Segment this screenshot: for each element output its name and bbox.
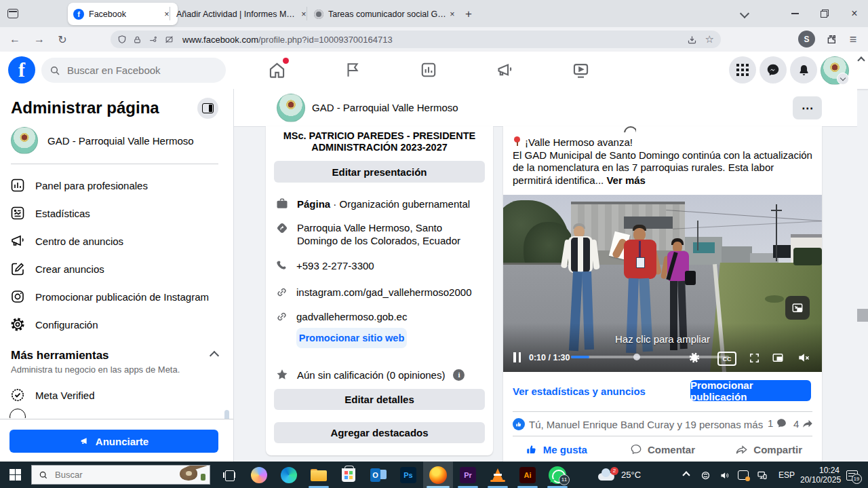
window-restore-button[interactable] xyxy=(811,0,838,27)
extensions-puzzle-icon[interactable] xyxy=(822,30,841,49)
reactions-text[interactable]: Tú, Manuel Enrique Band Curay y 19 perso… xyxy=(529,419,763,430)
tray-expand-chevron[interactable] xyxy=(678,462,694,488)
list-all-tabs-icon[interactable] xyxy=(731,0,758,27)
profile-avatar[interactable] xyxy=(821,56,848,83)
window-close-button[interactable]: × xyxy=(841,0,868,27)
video-overlay-text[interactable]: Haz clic para ampliar xyxy=(503,333,822,345)
shield-icon[interactable] xyxy=(117,35,127,44)
picture-in-picture-button[interactable] xyxy=(785,296,810,320)
firefox-view-icon[interactable] xyxy=(5,7,20,20)
promote-site-button[interactable]: Promocionar sitio web xyxy=(296,328,407,348)
apps-grid-icon[interactable] xyxy=(729,56,756,83)
window-minimize-button[interactable] xyxy=(781,0,808,27)
video-progress-knob[interactable] xyxy=(633,354,640,360)
share-button[interactable]: Compartir xyxy=(715,436,822,462)
video-tab[interactable] xyxy=(560,52,601,88)
account-avatar-badge[interactable]: S xyxy=(798,31,815,48)
edit-presentation-button[interactable]: Editar presentación xyxy=(274,161,485,183)
tab-informes[interactable]: Añadir Actividad | Informes Mensua × xyxy=(171,3,315,25)
sidebar-item-configuracion[interactable]: Configuración xyxy=(9,311,224,338)
tray-sync-icon[interactable] xyxy=(698,468,712,482)
edge-icon[interactable] xyxy=(274,462,304,488)
permissions-icon[interactable] xyxy=(148,35,158,44)
collapse-sidebar-icon[interactable] xyxy=(197,98,218,119)
see-more-link[interactable]: Ver más xyxy=(606,174,646,186)
whatsapp-icon[interactable]: 11 xyxy=(542,462,572,488)
muted-speaker-icon[interactable] xyxy=(796,350,811,365)
clock[interactable]: 10:24 20/10/2025 xyxy=(800,466,840,485)
ad-center-tab[interactable] xyxy=(484,52,525,88)
sidebar-item-centro-anuncios[interactable]: Centro de anuncios xyxy=(9,227,224,255)
notification-center-icon[interactable]: 19 xyxy=(844,467,860,483)
more-options-button[interactable]: ⋯ xyxy=(793,96,822,119)
home-tab[interactable] xyxy=(256,52,297,88)
blocked-media-icon[interactable] xyxy=(164,35,174,44)
facebook-search-input[interactable] xyxy=(66,64,204,77)
tab-close-icon[interactable]: × xyxy=(298,9,309,20)
lock-icon[interactable] xyxy=(133,35,142,44)
pip-icon[interactable] xyxy=(771,351,785,364)
new-tab-button[interactable]: + xyxy=(460,5,477,23)
instagram-link-row[interactable]: instagram.com/gad_vallehermoso2000 xyxy=(275,286,471,299)
captions-icon[interactable]: CC xyxy=(717,352,736,366)
pages-tab[interactable] xyxy=(332,52,373,88)
post-video[interactable]: Haz clic para ampliar 0:10 / 1:30 CC xyxy=(503,195,822,372)
vlc-icon[interactable] xyxy=(483,462,513,488)
language-indicator[interactable]: ESP xyxy=(774,462,799,488)
notifications-bell-icon[interactable] xyxy=(790,56,817,83)
file-explorer-icon[interactable] xyxy=(304,462,334,488)
sidebar-item-meta-verified[interactable]: Meta Verified xyxy=(9,381,224,409)
app-menu-icon[interactable]: ≡ xyxy=(844,30,863,49)
taskbar-search-input[interactable] xyxy=(54,469,158,481)
forward-icon[interactable]: → xyxy=(30,30,49,49)
tray-input-icon[interactable] xyxy=(736,468,750,482)
sidebar-item-estadisticas[interactable]: Estadísticas xyxy=(9,200,224,227)
comment-count[interactable]: 1 xyxy=(768,417,787,429)
copilot-icon[interactable] xyxy=(244,462,274,488)
add-featured-button[interactable]: Agregar destacados xyxy=(274,422,485,443)
info-icon[interactable]: i xyxy=(453,369,465,381)
save-page-icon[interactable] xyxy=(687,35,697,45)
insights-tab[interactable] xyxy=(408,52,449,88)
comment-button[interactable]: Comentar xyxy=(610,436,716,462)
advertise-button[interactable]: Anunciarte xyxy=(9,430,218,453)
outlook-icon[interactable]: O xyxy=(363,462,393,488)
start-button[interactable] xyxy=(0,462,30,488)
messenger-icon[interactable] xyxy=(760,56,787,83)
tab-facebook[interactable]: f Facebook × xyxy=(68,3,178,25)
sidebar-item-instagram[interactable]: Promocionar publicación de Instagram xyxy=(9,283,224,310)
facebook-search[interactable] xyxy=(41,58,226,83)
illustrator-icon[interactable]: Ai xyxy=(513,462,542,488)
tray-network-icon[interactable] xyxy=(755,468,769,482)
tray-volume-icon[interactable] xyxy=(717,468,731,482)
sidebar-page-row[interactable]: GAD - Parroquial Valle Hermoso xyxy=(11,126,221,155)
video-settings-gear-icon[interactable] xyxy=(688,351,701,364)
premiere-icon[interactable]: Pr xyxy=(453,462,483,488)
tab-close-icon[interactable]: × xyxy=(447,9,458,20)
url-bar[interactable]: www.facebook.com/profile.php?id=10009370… xyxy=(111,31,721,48)
scrollbar-thumb[interactable] xyxy=(857,309,868,322)
video-progress-track[interactable] xyxy=(571,356,729,358)
firefox-icon[interactable] xyxy=(423,462,453,488)
instagram-link[interactable]: instagram.com/gad_vallehermoso2000 xyxy=(296,286,471,298)
microsoft-store-icon[interactable] xyxy=(334,462,363,488)
scrollbar-up-arrow[interactable] xyxy=(856,55,867,66)
tab-tareas[interactable]: Tareas comunicador social GAD × xyxy=(309,3,463,25)
view-stats-link[interactable]: Ver estadísticas y anuncios xyxy=(513,386,646,397)
back-icon[interactable]: ← xyxy=(5,30,24,49)
sidebar-item-crear-anuncios[interactable]: Crear anuncios xyxy=(9,255,224,282)
pause-button[interactable] xyxy=(513,352,521,362)
reload-icon[interactable]: ↻ xyxy=(53,30,72,49)
facebook-logo[interactable]: f xyxy=(8,56,35,83)
promote-post-button[interactable]: Promocionar publicación xyxy=(690,380,811,401)
weather-widget[interactable]: 2 25°C xyxy=(597,462,641,488)
website-link[interactable]: gadvallehermoso.gob.ec xyxy=(296,311,407,322)
taskbar-search[interactable] xyxy=(31,465,210,485)
page-header-avatar[interactable] xyxy=(277,94,305,122)
website-link-row[interactable]: gadvallehermoso.gob.ec xyxy=(275,310,407,323)
edit-details-button[interactable]: Editar detalles xyxy=(274,389,485,410)
sidebar-item-panel[interactable]: Panel para profesionales xyxy=(9,172,224,199)
like-button[interactable]: Me gusta xyxy=(503,436,610,462)
photoshop-icon[interactable]: Ps xyxy=(393,462,423,488)
share-count[interactable]: 4 xyxy=(793,417,814,430)
